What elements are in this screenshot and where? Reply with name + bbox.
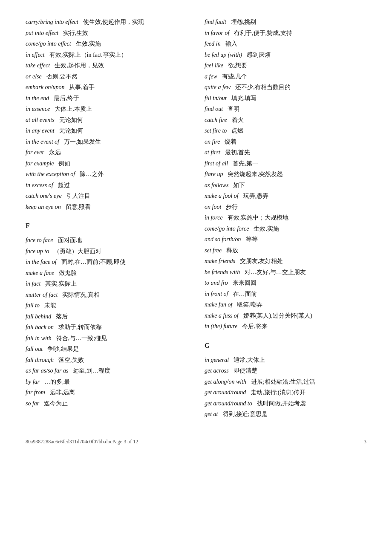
meaning-text: 感到厌烦 [244, 50, 271, 61]
phrase-text: in fact [26, 279, 40, 289]
list-item: make friends 交朋友,友好相处 [205, 256, 366, 267]
list-item: take effect 生效,起作用，见效 [26, 61, 187, 71]
phrase-text: keep an eye on [26, 202, 61, 213]
list-item: be fed up (with) 感到厌烦 [205, 50, 366, 61]
phrase-text: in force [205, 213, 223, 223]
meaning-text: 埋怨,挑剔 [228, 17, 257, 28]
meaning-text: 输入 [222, 39, 237, 49]
phrase-text: get along/on with [205, 377, 246, 387]
list-item: set fire to 点燃 [205, 126, 366, 136]
list-item: get along/on with 进展;相处融洽;生活,过活 [205, 377, 366, 387]
meaning-text: 例如 [55, 159, 70, 169]
phrase-text: for ever [26, 147, 44, 158]
left-column: carry/bring into effect 使生效,使起作用，实现put i… [26, 17, 187, 420]
phrase-text: in general [205, 355, 229, 366]
list-item: catch fire 着火 [205, 115, 366, 126]
phrase-text: at first [205, 147, 220, 158]
list-item: with the exception of 除…之外 [26, 169, 187, 180]
list-item: get across 即使清楚 [205, 366, 366, 376]
meaning-text: 大体上,本质上 [52, 104, 92, 115]
meaning-text: 查明 [225, 104, 239, 115]
phrase-text: and so forth/on [205, 234, 241, 245]
phrase-text: feel like [205, 61, 223, 71]
phrase-text: be fed up (with) [205, 50, 242, 61]
meaning-text: 争吵,结果是 [44, 344, 79, 355]
phrase-text: get around/round [205, 387, 246, 398]
phrase-text: take effect [26, 61, 50, 71]
meaning-text: 来来回回 [230, 278, 257, 289]
list-item: in general 通常,大体上 [205, 355, 366, 366]
meaning-text: 引人注目 [63, 191, 90, 202]
meaning-text: 释放 [223, 246, 238, 256]
list-item: catch one's eye 引人注目 [26, 191, 187, 202]
phrase-text: make a face [26, 268, 54, 279]
list-item: by far …的多,最 [26, 377, 187, 387]
meaning-text: 还不少,有相当数目的 [232, 82, 291, 93]
meaning-text: 万一,如果发生 [61, 137, 101, 147]
list-item: in force 有效,实施中；大规模地 [205, 213, 366, 223]
meaning-text: 最后,终于 [51, 93, 79, 104]
phrase-text: so far [26, 399, 39, 409]
list-item: find out 查明 [205, 104, 366, 115]
meaning-text: 等等 [243, 234, 258, 245]
list-item: face up to （勇敢）大胆面对 [26, 246, 187, 257]
meaning-text: 生效,实施 [251, 224, 279, 234]
list-item: get around/round 走动,旅行;(消息)传开 [205, 387, 366, 398]
list-item: in the end 最后,终于 [26, 93, 187, 104]
phrase-text: find fault [205, 17, 226, 28]
phrase-text: in any event [26, 126, 55, 136]
phrase-text: set free [205, 246, 222, 256]
meaning-text: 远至,到…程度 [70, 366, 110, 376]
meaning-text: 使生效,使起作用，实现 [80, 17, 144, 28]
list-item: embark on/upon 从事,着手 [26, 82, 187, 93]
phrase-text: make fun of [205, 300, 232, 310]
meaning-text: 留意,照看 [63, 202, 91, 213]
meaning-text: 首先,第一 [230, 159, 258, 169]
phrase-text: make a fool of [205, 191, 239, 202]
meaning-text: （勇敢）大胆面对 [51, 246, 101, 257]
phrase-text: put into effect [26, 28, 58, 39]
meaning-text: 生效,实施 [73, 39, 101, 49]
list-item: fail to 未能 [26, 301, 187, 311]
list-item: get around/round to 找时间做,开始考虑 [205, 399, 366, 409]
meaning-text: 取笑,嘲弄 [234, 300, 262, 310]
list-item: far from 远非,远离 [26, 387, 187, 398]
meaning-text: 除…之外 [77, 169, 104, 180]
right-top-entries: find fault 埋怨,挑剔in favor of 有利于,便于,赞成,支持… [205, 17, 366, 332]
list-item: fall in with 符合,与…一致;碰见 [26, 333, 187, 344]
list-item: for example 例如 [26, 159, 187, 169]
list-item: in any event 无论如何 [26, 126, 187, 136]
meaning-text: 得到,接近;意思是 [220, 409, 268, 420]
list-item: on foot 步行 [205, 202, 366, 213]
meaning-text: 步行 [223, 202, 238, 213]
list-item: keep an eye on 留意,照看 [26, 202, 187, 213]
meaning-text: 突然烧起来,突然发怒 [225, 169, 283, 180]
list-item: come/go into effect 生效,实施 [26, 39, 187, 49]
phrase-text: come/go into effect [26, 39, 71, 49]
phrase-text: a few [205, 72, 217, 82]
list-item: in the event of 万一,如果发生 [26, 137, 187, 147]
meaning-text: 迄今为止 [41, 399, 68, 409]
meaning-text: 实行,生效 [60, 28, 89, 39]
footer-right: 3 [364, 437, 366, 446]
list-item: in essence 大体上,本质上 [26, 104, 187, 115]
phrase-text: fail to [26, 301, 40, 311]
right-column: find fault 埋怨,挑剔in favor of 有利于,便于,赞成,支持… [205, 17, 366, 420]
meaning-text: 交朋友,友好相处 [237, 256, 283, 267]
list-item: on fire 烧着 [205, 137, 366, 147]
meaning-text: 面对面地 [55, 235, 82, 246]
list-item: in favor of 有利于,便于,赞成,支持 [205, 28, 366, 39]
list-item: find fault 埋怨,挑剔 [205, 17, 366, 28]
meaning-text: 点燃 [228, 126, 243, 136]
phrase-text: find out [205, 104, 223, 115]
phrase-text: be friends with [205, 267, 240, 278]
list-item: put into effect 实行,生效 [26, 28, 187, 39]
list-item: so far 迄今为止 [26, 399, 187, 409]
meaning-text: 有效,实施中；大规模地 [225, 213, 289, 223]
meaning-text: 对…友好,与…交上朋友 [242, 267, 306, 278]
meaning-text: 其实,实际上 [42, 279, 77, 289]
phrase-text: in the event of [26, 137, 59, 147]
phrase-text: in favor of [205, 28, 229, 39]
phrase-text: get around/round to [205, 399, 252, 409]
meaning-text: 通常,大体上 [231, 355, 265, 366]
